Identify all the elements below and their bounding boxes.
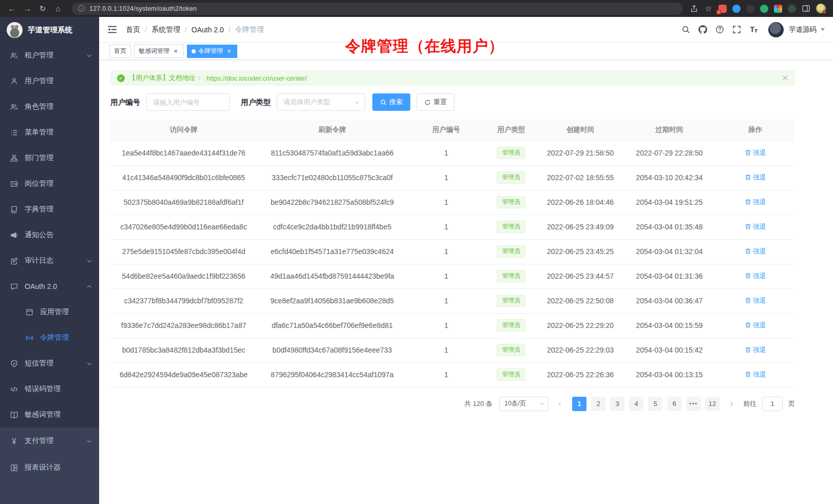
browser-back-icon[interactable]: ← (5, 3, 18, 15)
github-icon[interactable] (698, 25, 707, 34)
browser-refresh-icon[interactable]: ↻ (36, 3, 49, 15)
column-header: 操作 (715, 119, 795, 141)
refresh-icon (424, 99, 431, 106)
page-button-4[interactable]: 4 (629, 397, 643, 411)
extension-darkgreen-icon[interactable] (788, 5, 796, 13)
breadcrumb-separator: / (229, 26, 231, 34)
browser-forward-icon[interactable]: → (21, 3, 34, 15)
sidebar-item-error-code[interactable]: 错误码管理 (0, 376, 99, 402)
goto-page-input[interactable] (762, 397, 783, 411)
force-logout-button[interactable]: 强退 (745, 198, 766, 207)
share-icon[interactable] (690, 4, 698, 13)
sidebar-subitem-oauth2-token[interactable]: 令牌管理 (0, 325, 99, 351)
bookmark-star-icon[interactable]: ☆ (704, 4, 713, 13)
table-row: b0d1785bc3a8482f812db4a3f3bd15ec b0df498… (110, 338, 795, 362)
page-button-1[interactable]: 1 (572, 397, 586, 411)
column-header: 过期时间 (623, 119, 715, 141)
close-icon[interactable]: × (172, 48, 179, 55)
sidebar-item-role[interactable]: 角色管理 (0, 94, 99, 120)
sidebar-item-sms[interactable]: 短信管理 (0, 351, 99, 376)
sidebar-item-user[interactable]: 用户管理 (0, 68, 99, 94)
refresh-token-cell: b0df4980ffd34c67a08f9156e4eee733 (257, 338, 407, 362)
help-icon[interactable] (715, 25, 724, 34)
force-logout-button[interactable]: 强退 (745, 247, 766, 256)
extension-blue-icon[interactable] (732, 5, 741, 13)
force-logout-button[interactable]: 强退 (745, 272, 766, 281)
breadcrumb-item[interactable]: 系统管理 (152, 25, 180, 34)
fullscreen-icon[interactable] (732, 25, 741, 34)
broadcast-icon (26, 334, 33, 342)
page-size-select[interactable]: 10条/页 (499, 397, 548, 411)
user-avatar[interactable] (768, 22, 784, 37)
search-icon[interactable] (681, 25, 690, 34)
extension-green-icon[interactable] (760, 5, 768, 13)
tab-token[interactable]: 令牌管理× (187, 45, 237, 58)
sidebar-item-sensitive-word[interactable]: 敏感词管理 (0, 402, 99, 428)
force-logout-button[interactable]: 强退 (745, 345, 766, 355)
user-name[interactable]: 芋道源码 (789, 25, 817, 34)
font-size-icon[interactable] (749, 25, 758, 34)
side-panel-icon[interactable] (802, 4, 810, 13)
breadcrumb-item[interactable]: 首页 (126, 25, 140, 34)
sidebar-item-report-designer[interactable]: 报表设计器 (0, 454, 99, 481)
extension-red-icon[interactable]: 0 (718, 5, 727, 13)
app-logo[interactable]: 芋道管理系统 (0, 17, 99, 43)
user-id-cell: 1 (408, 264, 485, 288)
page-button-3[interactable]: 3 (610, 397, 624, 411)
force-logout-button[interactable]: 强退 (745, 222, 766, 231)
reset-button[interactable]: 重置 (416, 93, 455, 111)
force-logout-button[interactable]: 强退 (745, 173, 766, 182)
sidebar-item-audit-log[interactable]: 审计日志 (0, 248, 99, 274)
extension-colorful-icon[interactable] (774, 5, 782, 13)
created-time-cell: 2022-06-25 22:50:08 (538, 288, 623, 313)
access-token-cell: 275e5de9151045fe87cbdc395e004f4d (110, 239, 257, 264)
force-logout-button[interactable]: 强退 (745, 321, 766, 330)
expire-time-cell: 2054-03-04 01:35:48 (623, 215, 715, 239)
sidebar-item-tenant[interactable]: 租户管理 (0, 43, 99, 68)
next-page-button[interactable] (724, 397, 739, 411)
yen-icon (10, 437, 18, 445)
close-icon[interactable]: × (225, 48, 233, 55)
sidebar-item-dict[interactable]: 字典管理 (0, 197, 99, 222)
chevron-down-icon[interactable] (821, 28, 825, 31)
sidebar-item-post[interactable]: 岗位管理 (0, 171, 99, 197)
user-type-select[interactable]: 请选择用户类型 (277, 93, 365, 111)
search-button[interactable]: 搜索 (372, 93, 410, 111)
page-button-5[interactable]: 5 (648, 397, 662, 411)
force-logout-button[interactable]: 强退 (745, 296, 766, 305)
sidebar-item-oauth2[interactable]: OAuth 2.0 (0, 274, 99, 299)
table-row: f9336e7c7dd242a283ee98dc86b17a87 dfa6c71… (110, 313, 795, 338)
browser-profile-avatar[interactable] (816, 4, 826, 13)
access-token-cell: c347026e805e4d99b0d116eae66eda8c (110, 215, 257, 239)
breadcrumb-item[interactable]: OAuth 2.0 (192, 26, 224, 34)
user-id-input[interactable] (146, 93, 230, 111)
chat-icon (10, 283, 18, 290)
sidebar-item-notice[interactable]: 通知公告 (0, 222, 99, 248)
user-type-badge: 管理员 (497, 270, 525, 282)
sidebar-item-menu[interactable]: 菜单管理 (0, 120, 99, 145)
trash-icon (745, 371, 751, 378)
sidebar-item-pay[interactable]: 支付管理 (0, 428, 99, 454)
more-pages-button[interactable]: ••• (686, 397, 701, 411)
page-button-2[interactable]: 2 (591, 397, 605, 411)
table-row: 275e5de9151045fe87cbdc395e004f4d e6cfd40… (110, 239, 795, 264)
tab-home[interactable]: 首页 (109, 45, 131, 58)
browser-home-icon[interactable]: ⌂ (51, 3, 65, 15)
sidebar-item-dept[interactable]: 部门管理 (0, 145, 99, 171)
page-info-icon[interactable]: i (78, 5, 85, 12)
user-id-cell: 1 (408, 288, 485, 313)
sidebar-toggle-icon[interactable] (107, 25, 118, 34)
trash-icon (745, 297, 751, 304)
alert-close-icon[interactable]: ✕ (782, 73, 788, 83)
sidebar-item-label: 应用管理 (40, 307, 69, 317)
alert-doc-link[interactable]: https://doc.iocoder.cn/user-center/ (206, 74, 307, 82)
prev-page-button[interactable] (553, 397, 567, 411)
browser-address-bar[interactable]: i 127.0.0.1:1024/system/oauth2/token (72, 3, 683, 15)
sidebar-subitem-oauth2-app[interactable]: 应用管理 (0, 299, 99, 325)
tab-sensitive-word[interactable]: 敏感词管理× (134, 45, 184, 58)
extension-dark-icon[interactable] (746, 5, 754, 13)
force-logout-button[interactable]: 强退 (745, 148, 766, 158)
page-button-6[interactable]: 6 (667, 397, 681, 411)
force-logout-button[interactable]: 强退 (745, 370, 766, 379)
page-button-12[interactable]: 12 (705, 397, 720, 411)
